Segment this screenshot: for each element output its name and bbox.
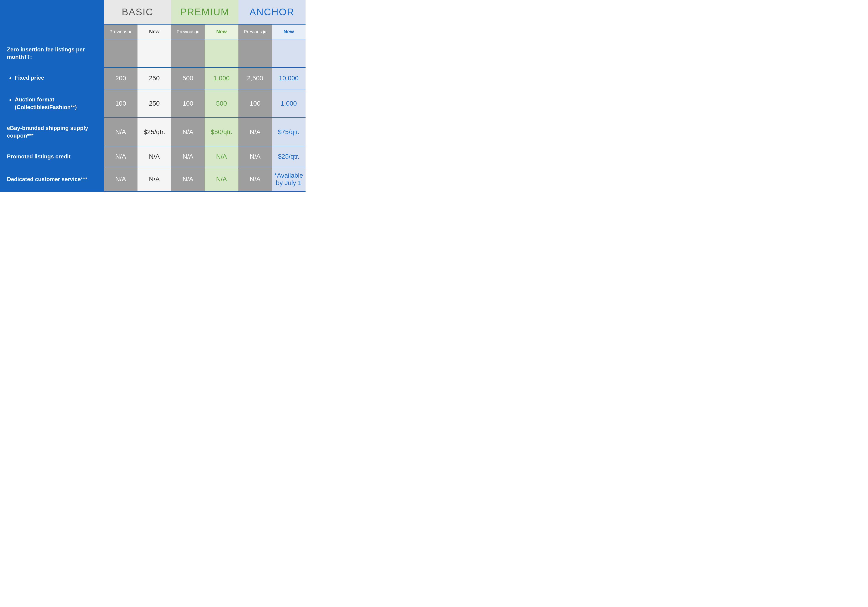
cell-prev-premium-promoted-listings: N/A: [171, 146, 205, 167]
row-label-text-auction-format: Auction format (Collectibles/Fashion**): [15, 96, 97, 111]
cell-new-basic-auction-format-value: 250: [149, 100, 160, 107]
bullet-dot-fixed-price: •: [7, 74, 12, 82]
cell-new-premium-promoted-listings-value: N/A: [216, 153, 227, 160]
cell-prev-premium-fixed-price-value: 500: [182, 75, 193, 82]
cell-prev-anchor-promoted-listings: N/A: [239, 146, 272, 167]
cell-new-anchor-auction-format-value: 1,000: [281, 100, 297, 107]
tier-header-row: BASIC PREMIUM ANCHOR: [0, 0, 305, 24]
cell-prev-premium-customer-service: N/A: [171, 167, 205, 191]
cell-new-premium-zero-insertion: [205, 39, 238, 67]
cell-new-basic-promoted-listings-value: N/A: [149, 153, 160, 160]
cell-new-premium-fixed-price: 1,000: [205, 68, 238, 89]
cell-new-anchor-customer-service-value: *Available by July 1: [274, 172, 304, 187]
premium-previous-header: Previous ▶: [171, 25, 205, 39]
data-row-customer-service: Dedicated customer service***N/AN/AN/AN/…: [0, 167, 305, 192]
cell-prev-premium-promoted-listings-value: N/A: [182, 153, 193, 160]
premium-arrow-icon: ▶: [196, 29, 199, 34]
cell-new-basic-fixed-price: 250: [138, 68, 171, 89]
cell-prev-anchor-fixed-price: 2,500: [239, 68, 272, 89]
data-row-promoted-listings: Promoted listings creditN/AN/AN/AN/AN/A$…: [0, 146, 305, 167]
cell-prev-premium-customer-service-value: N/A: [182, 175, 193, 183]
tier-basic-header: BASIC: [104, 0, 171, 24]
row-label-text-promoted-listings: Promoted listings credit: [7, 153, 71, 160]
anchor-previous-header: Previous ▶: [239, 25, 272, 39]
cell-prev-premium-shipping-coupon-value: N/A: [182, 128, 193, 136]
cell-new-anchor-customer-service: *Available by July 1: [272, 167, 305, 191]
premium-subheader-pair: Previous ▶ New: [171, 25, 238, 39]
data-row-zero-insertion: Zero insertion fee listings per month†‡:: [0, 39, 305, 68]
cell-new-basic-shipping-coupon-value: $25/qtr.: [144, 128, 165, 136]
bullet-dot-auction-format: •: [7, 96, 12, 104]
cell-new-premium-customer-service: N/A: [205, 167, 238, 191]
cell-prev-premium-auction-format: 100: [171, 89, 205, 117]
cell-new-premium-customer-service-value: N/A: [216, 175, 227, 183]
row-label-promoted-listings: Promoted listings credit: [0, 146, 104, 167]
row-label-customer-service: Dedicated customer service***: [0, 167, 104, 191]
data-row-fixed-price: • Fixed price 2002505001,0002,50010,000: [0, 68, 305, 89]
cell-new-premium-auction-format-value: 500: [216, 100, 227, 107]
row-label-text-zero-insertion: Zero insertion fee listings per month†‡:: [7, 46, 97, 61]
cell-new-anchor-zero-insertion: [272, 39, 305, 67]
cell-prev-basic-shipping-coupon: N/A: [104, 118, 138, 146]
tier-premium-header: PREMIUM: [171, 0, 238, 24]
tier-basic-name: BASIC: [106, 6, 169, 18]
data-rows-container: Zero insertion fee listings per month†‡:…: [0, 39, 305, 192]
cell-new-premium-auction-format: 500: [205, 89, 238, 117]
cell-prev-basic-promoted-listings-value: N/A: [115, 153, 126, 160]
basic-arrow-icon: ▶: [129, 29, 132, 34]
bullet-label-fixed-price: • Fixed price: [7, 74, 44, 82]
cell-prev-anchor-promoted-listings-value: N/A: [250, 153, 260, 160]
cell-prev-basic-customer-service: N/A: [104, 167, 138, 191]
basic-new-label: New: [149, 29, 160, 35]
cell-prev-basic-promoted-listings: N/A: [104, 146, 138, 167]
cell-new-basic-auction-format: 250: [138, 89, 171, 117]
anchor-subheader-pair: Previous ▶ New: [239, 25, 305, 39]
cell-new-anchor-fixed-price: 10,000: [272, 68, 305, 89]
cell-prev-premium-auction-format-value: 100: [182, 100, 193, 107]
cell-prev-basic-fixed-price-value: 200: [115, 75, 126, 82]
cell-new-basic-fixed-price-value: 250: [149, 75, 160, 82]
subheader-row: Previous ▶ New Previous ▶ New Previous ▶…: [0, 24, 305, 39]
premium-new-label: New: [216, 29, 226, 35]
premium-new-header: New: [205, 25, 238, 39]
row-label-fixed-price: • Fixed price: [0, 68, 104, 89]
cell-prev-anchor-customer-service-value: N/A: [250, 175, 260, 183]
row-label-text-customer-service: Dedicated customer service***: [7, 175, 87, 183]
cell-prev-basic-customer-service-value: N/A: [115, 175, 126, 183]
cell-prev-anchor-customer-service: N/A: [239, 167, 272, 191]
basic-subheader-pair: Previous ▶ New: [104, 25, 171, 39]
cell-new-basic-zero-insertion: [138, 39, 171, 67]
cell-prev-anchor-zero-insertion: [239, 39, 272, 67]
cell-prev-anchor-fixed-price-value: 2,500: [247, 75, 263, 82]
tier-label-spacer: [0, 0, 104, 24]
cell-new-anchor-auction-format: 1,000: [272, 89, 305, 117]
tier-anchor-name: ANCHOR: [241, 6, 303, 18]
basic-previous-label: Previous: [109, 29, 127, 34]
cell-prev-anchor-shipping-coupon-value: N/A: [250, 128, 260, 136]
cell-new-anchor-fixed-price-value: 10,000: [279, 75, 299, 82]
cell-prev-anchor-auction-format-value: 100: [250, 100, 260, 107]
cell-new-anchor-shipping-coupon-value: $75/qtr.: [278, 128, 299, 136]
cell-new-basic-customer-service-value: N/A: [149, 175, 160, 183]
cell-new-basic-promoted-listings: N/A: [138, 146, 171, 167]
cell-new-premium-fixed-price-value: 1,000: [214, 75, 229, 82]
row-label-auction-format: • Auction format (Collectibles/Fashion**…: [0, 89, 104, 117]
cell-prev-basic-shipping-coupon-value: N/A: [115, 128, 126, 136]
cell-new-basic-customer-service: N/A: [138, 167, 171, 191]
basic-new-header: New: [138, 25, 171, 39]
bullet-label-auction-format: • Auction format (Collectibles/Fashion**…: [7, 96, 97, 111]
premium-previous-label: Previous: [177, 29, 195, 34]
cell-new-premium-shipping-coupon-value: $50/qtr.: [211, 128, 232, 136]
cell-prev-anchor-shipping-coupon: N/A: [239, 118, 272, 146]
cell-prev-premium-fixed-price: 500: [171, 68, 205, 89]
cell-prev-basic-auction-format-value: 100: [115, 100, 126, 107]
cell-new-premium-shipping-coupon: $50/qtr.: [205, 118, 238, 146]
anchor-previous-label: Previous: [244, 29, 262, 34]
cell-prev-basic-zero-insertion: [104, 39, 138, 67]
cell-new-premium-promoted-listings: N/A: [205, 146, 238, 167]
cell-new-anchor-shipping-coupon: $75/qtr.: [272, 118, 305, 146]
basic-previous-header: Previous ▶: [104, 25, 138, 39]
cell-prev-basic-auction-format: 100: [104, 89, 138, 117]
data-row-auction-format: • Auction format (Collectibles/Fashion**…: [0, 89, 305, 118]
row-label-zero-insertion: Zero insertion fee listings per month†‡:: [0, 39, 104, 67]
